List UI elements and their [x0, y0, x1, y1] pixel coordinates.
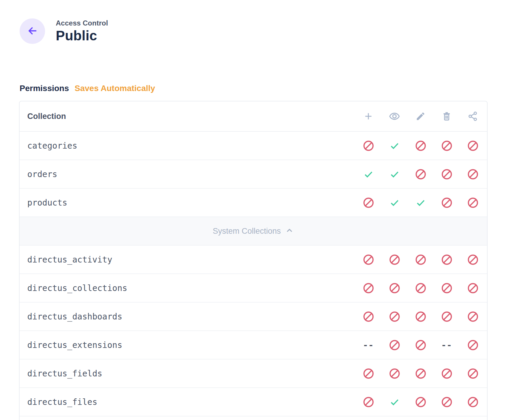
perm-denied-icon[interactable] [460, 339, 486, 351]
share-icon [460, 111, 486, 122]
permission-cells [355, 368, 487, 380]
table-row: directus_collections [20, 274, 487, 303]
back-button[interactable] [20, 18, 45, 44]
perm-denied-icon[interactable] [460, 282, 486, 294]
collection-name: directus_collections [27, 283, 127, 293]
system-collections-toggle[interactable]: System Collections [20, 217, 487, 246]
perm-denied-icon[interactable] [355, 140, 381, 152]
perm-denied-icon[interactable] [381, 311, 408, 323]
permission-cells [355, 197, 487, 209]
perm-denied-icon[interactable] [381, 368, 408, 380]
collection-name: directus_fields [27, 369, 102, 378]
action-column-headers [355, 111, 487, 122]
add-icon [355, 111, 381, 122]
title-block: Access Control Public [56, 19, 108, 44]
perm-denied-icon[interactable] [355, 368, 381, 380]
perm-denied-icon[interactable] [434, 140, 460, 152]
perm-denied-icon[interactable] [408, 311, 434, 323]
perm-denied-icon[interactable] [460, 396, 486, 408]
user-collections-rows: categoriesordersproducts [20, 132, 487, 217]
edit-icon [408, 111, 434, 122]
perm-denied-icon[interactable] [460, 140, 486, 152]
perm-denied-icon[interactable] [355, 396, 381, 408]
perm-denied-icon[interactable] [434, 254, 460, 266]
chevron-up-icon [285, 226, 294, 236]
permissions-section-label: Permissions Saves Automatically [20, 84, 155, 93]
permission-cells [355, 168, 487, 180]
perm-denied-icon[interactable] [408, 282, 434, 294]
table-row: directus_files [20, 388, 487, 416]
table-row: directus_extensions---- [20, 331, 487, 359]
page-title: Public [56, 28, 108, 44]
perm-denied-icon[interactable] [434, 168, 460, 180]
permission-cells [355, 282, 487, 294]
perm-denied-icon[interactable] [460, 368, 486, 380]
perm-allowed-icon[interactable] [355, 168, 381, 180]
permission-cells [355, 396, 487, 408]
delete-icon [434, 111, 460, 122]
permission-cells: ---- [355, 339, 487, 351]
perm-denied-icon[interactable] [381, 282, 408, 294]
perm-na-value[interactable]: -- [434, 339, 460, 351]
collection-name: orders [27, 169, 57, 179]
collection-name: directus_extensions [27, 340, 122, 350]
collection-name: categories [27, 141, 77, 151]
collection-column-header: Collection [27, 112, 66, 121]
table-header-row: Collection [20, 101, 487, 132]
perm-denied-icon[interactable] [381, 339, 408, 351]
perm-allowed-icon[interactable] [408, 197, 434, 209]
table-row: directus_fields [20, 359, 487, 388]
permission-cells [355, 254, 487, 266]
table-row: directus_activity [20, 246, 487, 274]
perm-denied-icon[interactable] [408, 254, 434, 266]
perm-denied-icon[interactable] [460, 168, 486, 180]
perm-denied-icon[interactable] [355, 311, 381, 323]
na-dashes: -- [363, 340, 374, 350]
system-collections-label: System Collections [213, 227, 281, 236]
collection-name: products [27, 198, 67, 208]
eye-icon [381, 111, 408, 122]
perm-denied-icon[interactable] [381, 254, 408, 266]
perm-denied-icon[interactable] [408, 168, 434, 180]
perm-denied-icon[interactable] [434, 396, 460, 408]
perm-denied-icon[interactable] [434, 282, 460, 294]
permission-cells [355, 311, 487, 323]
perm-denied-icon[interactable] [355, 254, 381, 266]
perm-denied-icon[interactable] [408, 396, 434, 408]
perm-denied-icon[interactable] [408, 140, 434, 152]
perm-allowed-icon[interactable] [381, 396, 408, 408]
perm-denied-icon[interactable] [434, 197, 460, 209]
arrow-left-icon [27, 25, 38, 37]
permissions-heading: Permissions [20, 84, 69, 93]
perm-denied-icon[interactable] [434, 311, 460, 323]
collection-name: directus_activity [27, 255, 112, 265]
na-dashes: -- [441, 340, 452, 350]
perm-denied-icon[interactable] [355, 282, 381, 294]
permission-cells [355, 140, 487, 152]
perm-denied-icon[interactable] [434, 368, 460, 380]
collection-name: directus_files [27, 397, 97, 407]
perm-allowed-icon[interactable] [381, 197, 408, 209]
perm-denied-icon[interactable] [460, 311, 486, 323]
system-collections-rows: directus_activitydirectus_collectionsdir… [20, 246, 487, 416]
perm-denied-icon[interactable] [460, 197, 486, 209]
perm-denied-icon[interactable] [460, 254, 486, 266]
perm-allowed-icon[interactable] [381, 140, 408, 152]
table-row: categories [20, 132, 487, 160]
autosave-status: Saves Automatically [75, 84, 155, 93]
table-row: orders [20, 160, 487, 189]
perm-denied-icon[interactable] [408, 368, 434, 380]
permissions-table: Collection categoriesordersproducts Syst… [19, 101, 488, 420]
perm-allowed-icon[interactable] [381, 168, 408, 180]
table-row: products [20, 189, 487, 217]
collection-name: directus_dashboards [27, 312, 122, 322]
breadcrumb: Access Control [56, 19, 108, 28]
perm-denied-icon[interactable] [355, 197, 381, 209]
perm-denied-icon[interactable] [408, 339, 434, 351]
perm-na-value[interactable]: -- [355, 339, 381, 351]
page-header: Access Control Public [20, 18, 108, 44]
table-row: directus_dashboards [20, 303, 487, 331]
